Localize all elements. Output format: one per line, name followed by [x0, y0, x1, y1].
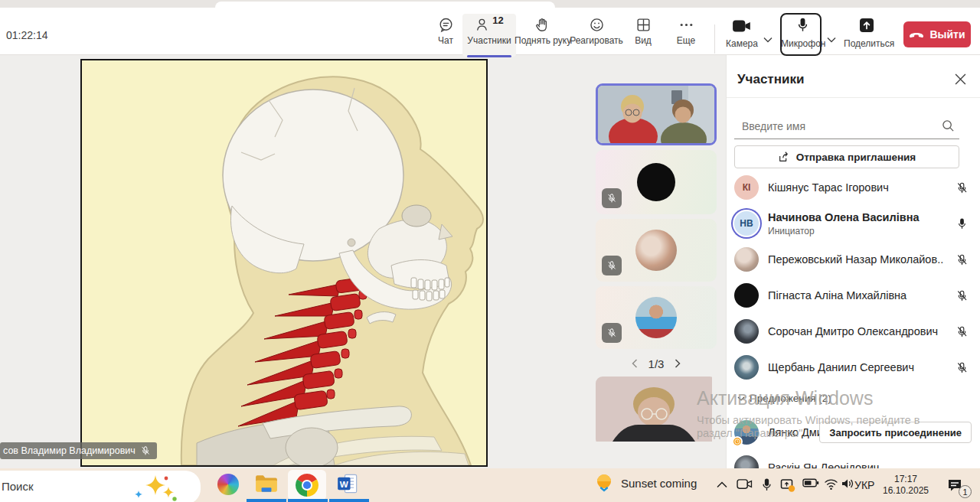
- mic-active-icon[interactable]: [956, 217, 969, 233]
- share-screen-button[interactable]: Поделиться: [844, 17, 891, 54]
- panel-divider: [727, 97, 980, 98]
- taskbar-clock[interactable]: 17:17 16.10.2025: [879, 474, 933, 497]
- windows-taskbar: Поиск: [0, 468, 980, 502]
- avatar-photo: [734, 420, 759, 445]
- chat-icon: [429, 14, 462, 34]
- suggestions-section-header[interactable]: Предложения (2): [737, 393, 967, 404]
- pending-clock-badge: [732, 436, 743, 447]
- tab-view[interactable]: Вид: [628, 14, 658, 57]
- react-smiley-icon: [570, 14, 623, 34]
- tray-camera-icon[interactable]: [737, 478, 753, 494]
- copilot-icon[interactable]: [217, 474, 240, 497]
- avatar-photo: [734, 247, 759, 272]
- raise-hand-icon: [514, 14, 568, 34]
- mic-muted-badge: [602, 188, 622, 208]
- word-icon[interactable]: W: [337, 474, 360, 497]
- avatar-initials: НВ: [734, 211, 759, 236]
- tray-microphone-icon[interactable]: [760, 478, 774, 495]
- search-highlights-sparkles-icon: [129, 474, 178, 501]
- mic-muted-icon[interactable]: [956, 361, 969, 377]
- tab-more-label: Еще: [671, 35, 701, 46]
- pager-next-icon[interactable]: [675, 359, 681, 368]
- leave-button[interactable]: Выйти: [903, 21, 971, 47]
- pager-prev-icon[interactable]: [632, 359, 638, 368]
- tray-speaker-icon[interactable]: [841, 478, 854, 493]
- participant-row[interactable]: Пігнаста Аліна Михайлівна: [727, 281, 980, 315]
- avatar-photo: [734, 283, 759, 308]
- running-app-indicator: [329, 499, 369, 502]
- leave-label: Выйти: [929, 28, 965, 41]
- send-invite-button[interactable]: Отправка приглашения: [734, 145, 959, 168]
- invite-share-icon: [778, 151, 790, 163]
- video-tile-active[interactable]: [596, 83, 717, 145]
- participant-row[interactable]: КІ Кішянус Тарас Ігорович: [727, 173, 980, 207]
- chrome-icon[interactable]: [296, 474, 318, 497]
- suggestion-row[interactable]: Лянко Дми... Запросить присоединение: [727, 418, 980, 451]
- sunset-icon: [594, 473, 614, 493]
- svg-text:W: W: [340, 479, 348, 489]
- mic-muted-icon[interactable]: [956, 325, 969, 341]
- tab-chat[interactable]: Чат: [429, 14, 462, 57]
- mic-muted-icon[interactable]: [956, 253, 969, 269]
- taskbar-search-box[interactable]: Поиск: [0, 471, 201, 502]
- video-tile-avatar-photo-1[interactable]: [596, 219, 717, 282]
- tab-chat-label: Чат: [429, 35, 462, 46]
- tab-more[interactable]: Еще: [671, 14, 701, 57]
- more-ellipsis-icon: [671, 14, 701, 34]
- microphone-chevron-down-icon[interactable]: [827, 32, 836, 46]
- meeting-toolbar: 01:22:14 Чат 12 Участники Поднять руку: [0, 8, 980, 55]
- avatar: [635, 297, 677, 338]
- camera-chevron-down-icon[interactable]: [763, 32, 773, 46]
- window-top-strip: [0, 0, 980, 8]
- participant-name: Сорочан Дмитро Олександрович: [768, 325, 944, 337]
- weather-widget[interactable]: Sunset coming: [594, 473, 697, 493]
- video-tile-avatar-photo-2[interactable]: [596, 286, 717, 349]
- participant-name: Пігнаста Аліна Михайлівна: [768, 289, 944, 302]
- microphone-button[interactable]: Микрофон: [780, 17, 822, 54]
- camera-button[interactable]: Камера: [726, 17, 758, 54]
- clock-date: 16.10.2025: [879, 485, 933, 497]
- tray-chevron-up-icon[interactable]: [717, 478, 727, 491]
- video-tile-self-view[interactable]: [596, 376, 717, 446]
- toolbar-divider: [714, 24, 715, 54]
- language-indicator[interactable]: УКР: [854, 479, 874, 491]
- microphone-label: Микрофон: [781, 38, 825, 49]
- request-join-button[interactable]: Запросить присоединение: [819, 422, 972, 443]
- tab-participants[interactable]: 12 Участники: [462, 14, 516, 57]
- search-placeholder: Введите имя: [742, 120, 805, 132]
- search-input[interactable]: Введите имя: [734, 113, 959, 139]
- mic-muted-icon[interactable]: [956, 181, 969, 197]
- clock-time: 17:17: [879, 474, 933, 485]
- participant-name: Пережовський Назар Миколайов...: [768, 253, 944, 266]
- close-icon[interactable]: [955, 73, 966, 88]
- mic-muted-badge: [602, 256, 622, 275]
- participant-row[interactable]: НВ Начинова Олена Василівна Инициатор: [727, 205, 980, 243]
- thumbnail-pager: 1/3: [596, 354, 717, 373]
- selected-tab-indicator: [467, 55, 511, 57]
- pager-label: 1/3: [648, 357, 665, 370]
- running-app-indicator: [247, 499, 286, 502]
- camera-icon: [732, 18, 752, 37]
- avatar-photo: [734, 355, 759, 380]
- microphone-icon: [795, 17, 811, 36]
- weather-label: Sunset coming: [621, 477, 697, 490]
- tab-view-label: Вид: [628, 35, 658, 46]
- share-screen-icon: [859, 18, 874, 36]
- video-tile-avatar-black[interactable]: [596, 150, 717, 214]
- tab-raise-hand[interactable]: Поднять руку: [514, 14, 568, 57]
- file-explorer-icon[interactable]: [255, 474, 278, 497]
- tray-screenshare-icon[interactable]: [780, 478, 795, 496]
- shared-screen-stage: [80, 59, 488, 467]
- meeting-timer: 01:22:14: [6, 29, 48, 41]
- participants-count: 12: [492, 15, 503, 26]
- tray-battery-icon[interactable]: [802, 478, 819, 491]
- tray-wifi-icon[interactable]: [824, 478, 838, 494]
- mic-muted-icon[interactable]: [956, 289, 969, 305]
- participant-row[interactable]: Пережовський Назар Миколайов...: [727, 245, 980, 279]
- participant-row[interactable]: Сорочан Дмитро Олександрович: [727, 317, 980, 350]
- mic-muted-icon: [140, 445, 151, 456]
- tab-react[interactable]: Реагировать: [570, 14, 623, 57]
- participants-panel: Участники Введите имя Отправка приглашен…: [726, 55, 980, 502]
- tab-participants-label: Участники: [462, 35, 516, 46]
- participant-row[interactable]: Щербань Даниил Сергеевич: [727, 353, 980, 386]
